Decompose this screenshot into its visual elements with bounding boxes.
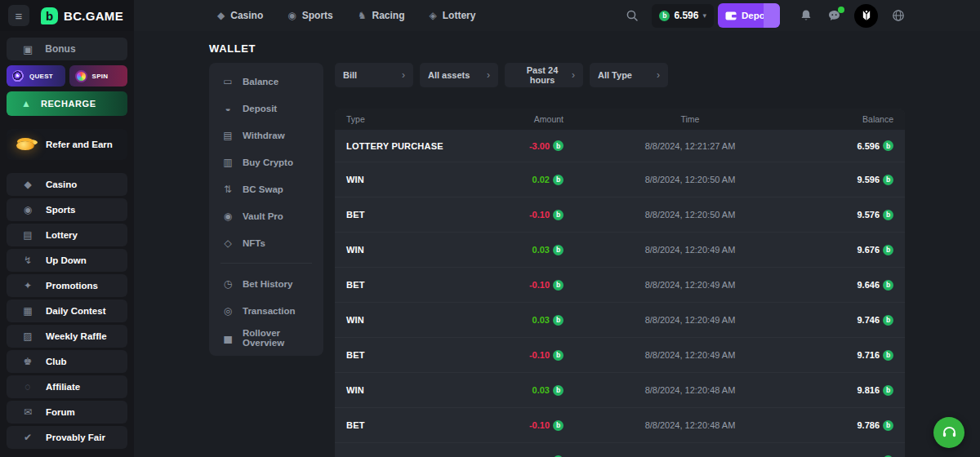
sidebar-menu-item[interactable]: ◌ Affiliate	[7, 375, 127, 398]
wallet-nav-item[interactable]: ◷ Bet History	[212, 270, 320, 297]
weekly-raffle-icon: ▨	[21, 331, 34, 342]
notifications-bell-icon[interactable]	[800, 9, 813, 22]
wallet-nav-item[interactable]: ▥ Buy Crypto	[212, 149, 320, 175]
bonus-button[interactable]: ▣ Bonus	[7, 38, 127, 60]
transaction-type: BET	[346, 420, 365, 430]
chat-unread-dot	[838, 7, 844, 13]
transaction-time: 8/8/2024, 12:20:49 AM	[564, 245, 817, 255]
balance-value: 9.646	[857, 280, 880, 290]
coin-icon: b	[883, 175, 893, 185]
transaction-balance-cell: 9.576 b	[817, 210, 905, 220]
coin-icon: b	[883, 210, 893, 220]
filter-dropdown[interactable]: Bill ›	[335, 63, 413, 87]
transaction-row[interactable]: BET (Plinko) Game ID: (89144089344423052…	[335, 268, 905, 303]
sidebar-menu-item[interactable]: ◆ Casino ›	[7, 173, 127, 196]
filter-dropdown[interactable]: All Type ›	[590, 63, 668, 87]
balance-value: 9.816	[857, 385, 880, 395]
top-nav-label: Lottery	[443, 10, 476, 21]
transaction-row[interactable]: BET (Plinko) Game ID: (89144089344423052…	[335, 197, 905, 233]
chevron-right-icon: ›	[572, 69, 575, 81]
sidebar-menu-item[interactable]: ↯ Up Down ›	[7, 249, 127, 272]
sidebar-menu-item[interactable]: ✔ Provably Fair	[7, 426, 127, 449]
sidebar-menu-item[interactable]: ◉ Sports ›	[7, 198, 127, 221]
search-icon[interactable]	[626, 9, 639, 22]
bcgame-logo[interactable]: b BC.GAME	[41, 7, 123, 24]
transaction-row[interactable]: WIN (Plinko) Game ID: (89144089344423052…	[335, 162, 905, 197]
wallet-nav-item[interactable]: ◇ NFTs	[212, 229, 320, 256]
transaction-row[interactable]: WIN (Plinko) Game ID: (89144089344423052…	[335, 233, 905, 268]
gift-icon: ▣	[23, 43, 33, 55]
wallet-nav-item[interactable]: ◉ Vault Pro	[212, 202, 320, 229]
filter-label: All assets	[428, 70, 470, 80]
refer-and-earn-label: Refer and Earn	[46, 140, 113, 149]
sidebar-menu-item[interactable]: ▨ Weekly Raffle	[7, 325, 127, 348]
transaction-time: 8/8/2024, 12:20:50 AM	[564, 210, 817, 220]
transaction-type: BET	[346, 350, 365, 360]
chevron-right-icon: ›	[657, 69, 660, 81]
transaction-row[interactable]: LOTTERY PURCHASE	[335, 130, 905, 162]
wallet-nav-item[interactable]: ▤ Withdraw	[212, 122, 320, 149]
wallet-nav-item[interactable]: ⇅ BC Swap	[212, 175, 320, 202]
balance-value: 9.576	[857, 210, 880, 220]
wallet-nav-item[interactable]: ◒ Deposit	[212, 95, 320, 122]
coin-icon: b	[553, 350, 564, 361]
transaction-row[interactable]: WIN (Plinko) Game ID: (89144089344423052…	[335, 303, 905, 338]
top-nav-item[interactable]: ◈ Lottery	[430, 10, 476, 21]
top-nav-item[interactable]: ♞ Racing	[358, 10, 405, 21]
transaction-balance-cell: 9.646 b	[817, 280, 905, 291]
hamburger-menu-icon[interactable]: ≡	[8, 5, 29, 26]
topbar-right: b 6.596 ▾ Deposit	[626, 3, 905, 28]
transaction-row[interactable]: WIN (Plinko) Game ID: (89144089344423052…	[335, 443, 905, 457]
recharge-button[interactable]: ▲ RECHARGE	[7, 91, 127, 116]
sidebar-menu-item[interactable]: ▦ Daily Contest	[7, 299, 127, 322]
spin-tile[interactable]: SPIN	[69, 65, 128, 87]
user-avatar[interactable]	[854, 4, 878, 28]
wallet-nav-item[interactable]: ▭ Balance	[212, 68, 320, 95]
table-header: Type Amount Time Balance	[335, 109, 905, 130]
transaction-amount-cell: 0.03 b	[490, 315, 564, 326]
quest-label: QUEST	[29, 73, 53, 80]
coin-icon: b	[883, 315, 893, 326]
balance-value: 9.596	[857, 175, 880, 184]
amount-value: -0.10	[529, 350, 550, 360]
refer-and-earn-button[interactable]: Refer and Earn	[7, 129, 127, 160]
transaction-row[interactable]: BET (Plinko) Game ID: (89144089344423052…	[335, 408, 905, 443]
transaction-type-cell: BET (Plinko) Game ID: (89144089344423052…	[335, 420, 490, 430]
chat-icon[interactable]	[827, 9, 841, 22]
transaction-row[interactable]: BET (Plinko) Game ID: (89144089344423052…	[335, 338, 905, 373]
filter-dropdown[interactable]: Past 24 hours ›	[505, 63, 583, 87]
amount-value: -0.10	[529, 210, 550, 220]
transaction-time: 8/8/2024, 12:20:49 AM	[564, 280, 817, 290]
support-chat-button[interactable]	[933, 417, 964, 448]
transaction-type-cell: BET (Plinko) Game ID: (89144089344423052…	[335, 210, 490, 220]
filter-label: Past 24 hours	[513, 65, 572, 85]
sidebar-menu-item[interactable]: ✦ Promotions	[7, 274, 127, 297]
top-nav-item[interactable]: ◆ Casino	[217, 10, 263, 21]
transaction-amount-cell: 0.02 b	[490, 175, 564, 185]
amount-value: 0.03	[532, 315, 550, 325]
sports-ball-icon: ◉	[287, 10, 296, 21]
wallet-nav-label: Rollover Overview	[243, 328, 320, 348]
transaction-amount-cell: -3.00 b	[490, 140, 564, 151]
table-body: LOTTERY PURCHASE	[335, 130, 905, 457]
transaction-row[interactable]: WIN (Plinko) Game ID: (89144089344423052…	[335, 373, 905, 408]
sidebar-menu-item[interactable]: ✉ Forum ↗	[7, 401, 127, 424]
wallet-nav-item[interactable]: ◎ Transaction	[212, 297, 320, 324]
top-nav-item[interactable]: ◉ Sports	[287, 10, 333, 21]
sidebar-menu-item[interactable]: ♚ VIP Club	[7, 350, 127, 373]
sidebar-menu-item[interactable]: ▤ Lottery ›	[7, 224, 127, 246]
language-globe-icon[interactable]	[892, 9, 905, 22]
sidebar-item-label: Lottery	[46, 230, 78, 240]
transaction-balance-cell: 6.596 b	[817, 140, 905, 151]
sidebar-item-label: Daily Contest	[46, 306, 106, 316]
balance-pill[interactable]: b 6.596 ▾	[652, 4, 714, 28]
transaction-type: BET	[346, 280, 365, 290]
deposit-button[interactable]: Deposit	[718, 3, 780, 28]
filter-dropdown[interactable]: All assets ›	[420, 63, 498, 87]
balance-value: 9.676	[857, 245, 880, 255]
balance-value: 6.596	[857, 141, 880, 151]
quest-tile[interactable]: QUEST	[7, 65, 65, 87]
column-header-type: Type	[335, 114, 490, 124]
wallet-nav-item[interactable]: ▅ Rollover Overview	[212, 324, 320, 351]
transaction-amount-cell: 0.03 b	[490, 245, 564, 255]
